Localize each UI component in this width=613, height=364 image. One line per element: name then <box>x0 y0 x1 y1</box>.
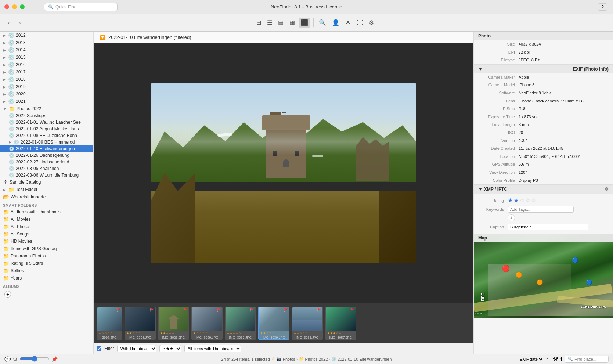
large-view-button[interactable]: ⬛ <box>299 18 310 28</box>
sidebar-item-rating5[interactable]: 📁 Rating is 5 Stars <box>0 260 93 267</box>
settings-icon-button[interactable]: ⚙ <box>13 356 18 362</box>
sidebar-item-2017[interactable]: ▶ 💿 2017 <box>0 68 93 76</box>
content-header: 🔽 2022-01-10 Eifelwanderungen (filtered) <box>94 32 473 43</box>
sidebar-item-laacher[interactable]: 💿 2022-01-01 Wa...ng Laacher See <box>0 119 93 126</box>
filmstrip-item-6[interactable]: 🚩 ★★☆☆☆ IMG_3039.JPG <box>258 307 289 340</box>
sidebar-item-2016[interactable]: ▶ 💿 2016 <box>0 61 93 68</box>
sidebar-item-all-photos[interactable]: 📁 All Photos <box>0 223 93 230</box>
map-marker-blue-2: 🔵 <box>586 279 592 285</box>
sidebar-item-gps[interactable]: 📁 Items with GPS Geotag <box>0 245 93 252</box>
nav-back-button[interactable]: ‹ <box>6 19 12 27</box>
main-image-area[interactable] <box>94 43 473 303</box>
add-album-button[interactable]: + <box>4 291 11 298</box>
sidebar-item-dachbegehung[interactable]: 💿 2022-01-26 Dachbegehung <box>0 152 93 159</box>
disk-icon: 💿 <box>8 69 14 75</box>
sidebar-item-tomburg[interactable]: 💿 2022-03-06 W...um die Tomburg <box>0 172 93 179</box>
minimize-button[interactable] <box>12 4 17 9</box>
xmp-gear-icon[interactable]: ⚙ <box>605 187 609 192</box>
rating-stars[interactable]: ★ ★ ☆ ☆ ☆ <box>508 197 536 204</box>
sidebar-item-eifelwanderungen[interactable]: 💿 2022-01-10 Eifelwanderungen <box>0 145 93 152</box>
photo-filetype-row: Filetype JPEG, 8 Bit <box>474 56 613 64</box>
star-4[interactable]: ☆ <box>525 197 530 204</box>
disk-icon: 💿 <box>8 76 14 82</box>
sidebar-item-2019[interactable]: ▶ 💿 2019 <box>0 83 93 90</box>
sidebar-item-hochsauerland[interactable]: 💿 2022-02-27 Hochsauerland <box>0 159 93 165</box>
sidebar-item-2014[interactable]: ▶ 💿 2014 <box>0 46 93 54</box>
findplace-input[interactable] <box>574 357 604 361</box>
sidebar-item-all-items-thumbnails[interactable]: 📁 All Items with Thumbnails <box>0 208 93 216</box>
folder-icon: 📁 <box>8 187 14 192</box>
sidebar-item-macke[interactable]: 💿 2022-01-02 August Macke Haus <box>0 126 93 132</box>
sidebar-item-years[interactable]: 📁 Years <box>0 274 93 282</box>
sidebar-item-panorama[interactable]: 📁 Panorama Photos <box>0 252 93 260</box>
keywords-input[interactable] <box>508 206 574 213</box>
help-button[interactable]: ? <box>598 3 607 11</box>
sidebar-item-knallchen[interactable]: 💿 2022-03-05 Knällchen <box>0 165 93 172</box>
filmstrip-item-5[interactable]: 🚩 ★★☆☆☆ IMG_3037.JPG <box>225 307 256 340</box>
filmstrip-item-4[interactable]: 🚩 ★☆☆☆☆ IMG_3029.JPG <box>191 307 223 340</box>
star-5[interactable]: ☆ <box>531 197 536 204</box>
grid-view-button[interactable]: ⊞ <box>254 18 263 28</box>
info-panel-button[interactable]: ℹ <box>560 356 562 362</box>
filter-items-select[interactable]: All Items with Thumbnails <box>184 345 241 352</box>
sidebar-item-2020[interactable]: ▶ 💿 2020 <box>0 90 93 98</box>
filter-thumbnail-select[interactable]: With Thumbnail <box>117 345 156 352</box>
sidebar-item-2022-sonstiges[interactable]: 💿 2022 Sonstiges <box>0 112 93 119</box>
sidebar-item-test-folder[interactable]: ▶ 📁 Test Folder <box>0 186 93 193</box>
add-tag-button[interactable]: + <box>508 214 515 221</box>
sidebar-item-selfies[interactable]: 📁 Selfies <box>0 267 93 274</box>
sidebar-item-whereis[interactable]: 📂 WhereIsIt Importe <box>0 193 93 201</box>
preview-button[interactable]: 👁 <box>343 18 353 28</box>
pin-icon-button[interactable]: 📌 <box>51 356 58 362</box>
sidebar-item-2018[interactable]: ▶ 💿 2018 <box>0 76 93 83</box>
column-view-button[interactable]: ▤ <box>276 18 286 28</box>
sidebar-item-photos2022[interactable]: ▼ 📁 Photos 2022 <box>0 105 93 112</box>
sidebar-item-2021[interactable]: ▶ 💿 2021 <box>0 98 93 105</box>
sidebar-item-sample-catalog[interactable]: 🗄 Sample Catalog <box>0 179 93 186</box>
sidebar-item-2012[interactable]: ▶ 💿 2012 <box>0 32 93 39</box>
flag-icon: 🚩 <box>284 308 288 312</box>
filmstrip-item-8[interactable]: 🚩 ★★★☆☆ IMG_3057.JPG <box>325 307 356 340</box>
sidebar-item-himmerod[interactable]: ▶ 💿 2022-01-09 BES Himmerod <box>0 139 93 145</box>
sidebar-item-hd-movies[interactable]: 📁 HD Movies <box>0 238 93 245</box>
fullscreen-button[interactable]: ⛶ <box>355 18 365 28</box>
volume-slider[interactable] <box>20 356 49 362</box>
window-controls[interactable] <box>4 4 25 9</box>
xmp-header-text: XMP / IPTC <box>484 187 507 192</box>
info-view-button[interactable]: ▦ <box>287 18 297 28</box>
settings-button[interactable]: ⚙ <box>367 18 376 28</box>
filmstrip-item-7[interactable]: 🚩 ★☆☆☆☆ IMG_3055.JPG <box>292 307 323 340</box>
sort-direction-button[interactable]: ↑ <box>546 356 548 362</box>
close-button[interactable] <box>4 4 9 9</box>
filmstrip-item-3[interactable]: 🚩 ★★☆☆☆ IMG_3023.JPG <box>158 307 189 340</box>
sf-label: HD Movies <box>11 239 32 244</box>
sidebar-item-all-movies[interactable]: 📁 All Movies <box>0 216 93 223</box>
list-view-button[interactable]: ☰ <box>265 18 274 28</box>
arrow-icon: ▶ <box>3 55 6 60</box>
star-1[interactable]: ★ <box>508 197 513 204</box>
map-container[interactable]: 🔴 🟠 🟠 🔵 🔵 EIFE SCHEIDER STR. Legal <box>474 242 613 316</box>
sidebar-item-2015[interactable]: ▶ 💿 2015 <box>0 54 93 61</box>
sort-select[interactable]: EXIF date <box>518 357 544 362</box>
filter-rating-select[interactable]: ≥ ★★ <box>159 345 181 352</box>
sidebar-item-bonn[interactable]: 💿 2022-01-08 BE...uzkirche Bonn <box>0 132 93 139</box>
right-panel: Photo Size 4032 x 3024 DPI 72 dpi Filety… <box>473 32 613 354</box>
people-button[interactable]: 👤 <box>330 18 342 28</box>
caption-input[interactable] <box>508 224 588 230</box>
sidebar-item-all-songs[interactable]: 📁 All Songs <box>0 230 93 238</box>
photo-section-header: Photo <box>474 32 613 40</box>
maximize-button[interactable] <box>20 4 25 9</box>
chat-icon-button[interactable]: 💬 <box>4 356 11 362</box>
star-2[interactable]: ★ <box>513 197 519 204</box>
smart-folders-header: SMART FOLDERS <box>0 201 93 208</box>
sidebar-item-2013[interactable]: ▶ 💿 2013 <box>0 39 93 46</box>
search-button[interactable]: 🔍 <box>317 18 328 28</box>
sf-label: All Songs <box>11 231 29 237</box>
filmstrip-item-1[interactable]: 🚩 ☆☆☆☆☆ 2997.JPG <box>97 307 122 340</box>
flag-icon: 🚩 <box>116 308 121 312</box>
nav-forward-button[interactable]: › <box>17 19 23 27</box>
map-view-button[interactable]: 🗺 <box>553 356 558 362</box>
filmstrip-item-2[interactable]: 🚩 ★★☆☆☆ IMG_2998.JPG <box>125 307 156 340</box>
star-3[interactable]: ☆ <box>519 197 524 204</box>
filter-checkbox[interactable] <box>97 346 101 351</box>
